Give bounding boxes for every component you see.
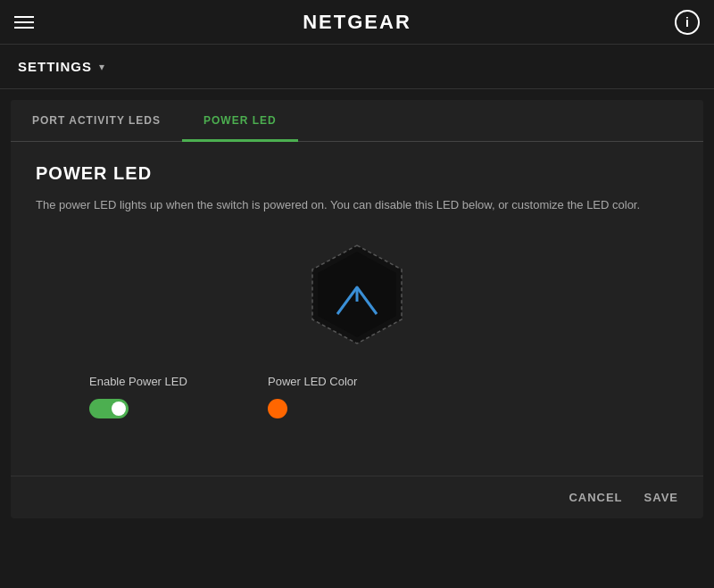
page-title: POWER LED	[36, 163, 678, 184]
cancel-button[interactable]: CANCEL	[569, 491, 622, 504]
tab-power-led[interactable]: POWER LED	[182, 100, 298, 141]
led-hexagon-graphic	[303, 241, 411, 348]
save-button[interactable]: SAVE	[644, 491, 678, 504]
enable-led-toggle[interactable]	[89, 399, 129, 418]
enable-led-label: Enable Power LED	[89, 375, 187, 388]
header: NETGEAR i	[0, 0, 714, 45]
toggle-track	[89, 399, 129, 418]
settings-bar: SETTINGS ▾	[0, 45, 714, 89]
enable-led-group: Enable Power LED	[89, 375, 268, 418]
tab-bar: PORT ACTIVITY LEDS POWER LED	[11, 100, 703, 142]
led-color-group: Power LED Color	[268, 375, 446, 418]
led-color-label: Power LED Color	[268, 375, 357, 388]
tab-port-activity-leds[interactable]: PORT ACTIVITY LEDS	[11, 100, 182, 141]
page-description: The power LED lights up when the switch …	[36, 196, 678, 214]
menu-icon[interactable]	[14, 16, 34, 29]
led-icon-area	[36, 241, 678, 348]
chevron-down-icon[interactable]: ▾	[99, 61, 104, 73]
toggle-thumb	[112, 402, 126, 416]
main-content: PORT ACTIVITY LEDS POWER LED POWER LED T…	[11, 100, 703, 518]
brand-logo: NETGEAR	[303, 11, 411, 34]
info-icon[interactable]: i	[675, 10, 700, 35]
controls-row: Enable Power LED Power LED Color	[36, 375, 678, 418]
page-body: POWER LED The power LED lights up when t…	[11, 142, 703, 476]
settings-label: SETTINGS	[18, 59, 92, 74]
led-color-swatch[interactable]	[268, 399, 287, 418]
footer: CANCEL SAVE	[11, 476, 703, 518]
